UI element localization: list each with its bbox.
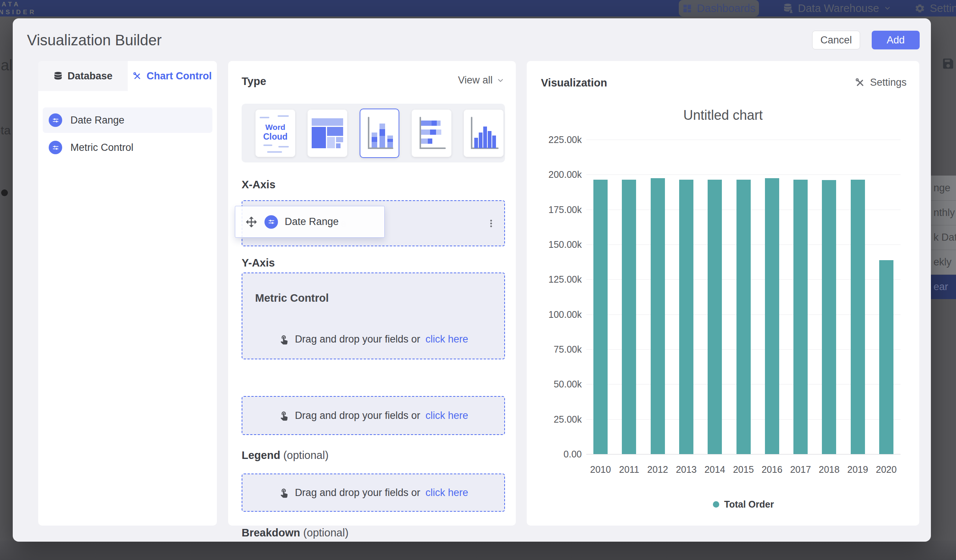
nav-item-settings: Settings	[914, 0, 956, 16]
x-tick-label: 2015	[733, 464, 754, 475]
field-metric-control[interactable]: Metric Control	[43, 135, 212, 160]
kebab-menu-icon[interactable]	[486, 219, 496, 228]
sliders-icon	[49, 141, 62, 154]
drop-hint: Drag and drop your fields orclick here	[242, 487, 504, 499]
view-all-button[interactable]: View all	[458, 74, 505, 86]
brand-logo-line2: INSIDER	[0, 8, 36, 16]
y-tick-label: 225.00k	[549, 134, 582, 145]
date-range-drag-chip[interactable]: Date Range	[235, 206, 385, 238]
breakdown-section-label: Breakdown (optional)	[242, 527, 348, 539]
optional-tag: (optional)	[303, 527, 348, 539]
tab-chart-control[interactable]: Chart Control	[128, 61, 217, 91]
chart-type-stacked-column[interactable]	[360, 108, 399, 158]
nav-item-label: Dashboards	[697, 2, 755, 15]
move-icon	[245, 216, 258, 228]
x-tick-label: 2014	[704, 464, 725, 475]
legend-series-label: Total Order	[724, 499, 774, 510]
bg-dropdown-menu: nge nthly k Date ekly ear	[931, 176, 956, 299]
add-button[interactable]: Add	[872, 31, 920, 49]
tools-icon	[855, 77, 865, 88]
chart-bar-2010	[593, 180, 608, 454]
tab-label: Chart Control	[146, 71, 212, 82]
nav-item-label: Settings	[930, 2, 956, 15]
visualization-header: Visualization	[541, 77, 607, 89]
bg-dropdown-item: k Date	[931, 225, 956, 250]
gear-icon	[914, 3, 925, 14]
bg-dropdown-item-selected: ear	[931, 275, 956, 299]
chart-type-treemap[interactable]	[308, 110, 347, 157]
y-axis-zone-title: Metric Control	[255, 292, 329, 304]
chevron-down-icon	[884, 5, 891, 12]
brand-logo-line1: DATA	[0, 0, 36, 8]
hand-click-icon	[278, 334, 289, 345]
brand-logo: DATA INSIDER	[0, 0, 36, 16]
drop-hint: Drag and drop your fields or click here	[242, 334, 504, 345]
bg-heading-fragment: ale	[0, 57, 13, 74]
bg-bullet-dot	[1, 190, 8, 196]
y-tick-label: 125.00k	[549, 274, 582, 285]
y-axis-dropzone[interactable]: Metric Control Drag and drop your fields…	[242, 273, 505, 359]
click-here-link[interactable]: click here	[426, 487, 468, 499]
settings-label: Settings	[870, 77, 907, 88]
chart-gridline	[586, 174, 901, 175]
x-tick-label: 2019	[848, 464, 868, 475]
chevron-down-icon	[496, 76, 505, 85]
x-tick-label: 2017	[790, 464, 811, 475]
y-tick-label: 150.00k	[549, 239, 582, 250]
chart-bar-2014	[708, 180, 722, 454]
x-tick-label: 2012	[647, 464, 668, 475]
settings-button[interactable]: Settings	[855, 77, 907, 88]
panel-tabbar: Database Chart Control	[38, 61, 217, 91]
field-label: Metric Control	[71, 142, 134, 154]
field-date-range[interactable]: Date Range	[43, 107, 212, 133]
click-here-link[interactable]: click here	[426, 410, 468, 422]
chart-type-strip: Word Cloud	[242, 104, 505, 162]
bg-dropdown-item: nthly	[931, 200, 956, 225]
bg-dropdown-item: ekly	[931, 250, 956, 275]
chart-bar-2013	[679, 180, 693, 454]
database-icon	[53, 71, 63, 81]
visualization-builder-modal: Visualization Builder Cancel Add Databas…	[13, 18, 931, 542]
bg-bottom-strip	[0, 541, 956, 560]
chart-bar-2019	[851, 180, 865, 454]
drop-hint-text: Drag and drop your fields or	[295, 487, 420, 499]
word-cloud-thumbnail: Word Cloud	[256, 110, 295, 157]
field-label: Date Range	[71, 115, 124, 126]
chart-plot	[586, 140, 901, 454]
drop-hint: Drag and drop your fields or click here	[242, 410, 504, 422]
chart-type-stacked-bar[interactable]	[412, 110, 451, 157]
x-tick-label: 2010	[590, 464, 611, 475]
x-axis-label: X-Axis	[242, 179, 275, 191]
chart-bar-2020	[879, 260, 893, 454]
x-tick-label: 2020	[876, 464, 897, 475]
top-navbar: DATA INSIDER Dashboards Data Warehouse	[0, 0, 956, 16]
chart-bar-2012	[651, 178, 665, 454]
x-tick-label: 2018	[819, 464, 840, 475]
tab-database[interactable]: Database	[38, 61, 128, 91]
bg-dropdown-item: nge	[931, 176, 956, 200]
field-list: Date Range Metric Control	[38, 91, 217, 160]
optional-tag: (optional)	[283, 449, 329, 461]
breakdown-dropzone[interactable]: Drag and drop your fields orclick here	[242, 474, 505, 512]
hand-click-icon	[278, 487, 289, 498]
nav-item-label: Data Warehouse	[798, 2, 879, 15]
cancel-button[interactable]: Cancel	[812, 31, 860, 49]
legend-dropzone[interactable]: Drag and drop your fields or click here	[242, 396, 505, 435]
drop-hint-text: Drag and drop your fields or	[295, 334, 420, 345]
chart-bar-2018	[822, 180, 836, 454]
y-tick-label: 25.00k	[553, 414, 582, 425]
visualization-panel: Visualization Settings Untitled chart 22…	[527, 61, 919, 525]
nav-item-dashboards: Dashboards	[679, 0, 759, 16]
view-all-label: View all	[458, 74, 493, 86]
y-tick-label: 75.00k	[553, 344, 582, 355]
y-tick-label: 175.00k	[549, 204, 582, 215]
x-tick-label: 2016	[762, 464, 783, 475]
chart-gridline	[586, 454, 901, 455]
fields-panel: Database Chart Control	[38, 61, 217, 525]
click-here-link[interactable]: click here	[426, 334, 468, 345]
modal-title: Visualization Builder	[27, 32, 162, 49]
bg-text-fragment: ota	[0, 124, 13, 137]
chart-type-column[interactable]	[464, 110, 503, 157]
chart-type-word-cloud[interactable]: Word Cloud	[255, 110, 295, 157]
x-tick-label: 2011	[619, 464, 640, 475]
